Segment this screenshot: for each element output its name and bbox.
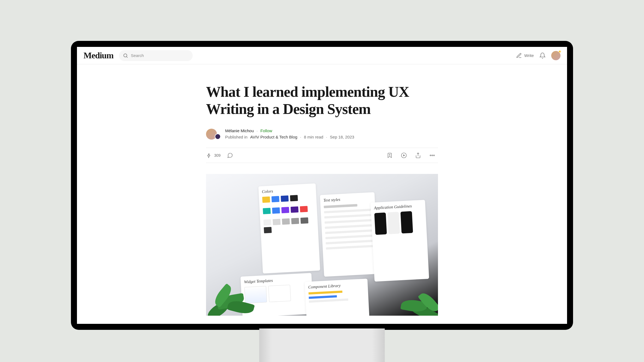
bookmark-icon[interactable] (387, 152, 393, 158)
separator-dot: · (300, 134, 301, 140)
medium-logo[interactable]: Medium (84, 50, 114, 61)
search-wrapper[interactable] (119, 50, 193, 61)
separator-dot: · (326, 134, 327, 140)
notifications-icon[interactable] (539, 52, 546, 59)
screen: Medium Write What I learned implementing… (77, 47, 567, 324)
author-name[interactable]: Mélanie Michou (225, 128, 254, 134)
write-label: Write (524, 53, 534, 58)
plant-decoration-right (386, 283, 438, 316)
plant-decoration-left (206, 275, 266, 316)
more-icon[interactable] (429, 152, 435, 158)
hero-panel-text-styles: Text styles (320, 192, 378, 277)
svg-marker-5 (403, 155, 405, 156)
article-title: What I learned implementing UX Writing i… (206, 83, 438, 117)
monitor-frame: Medium Write What I learned implementing… (71, 41, 573, 330)
hero-panel-app-guidelines: Application Guidelines (371, 200, 429, 282)
published-in-label: Published in (225, 134, 248, 140)
byline: Mélanie Michou · Follow Published in AVI… (206, 128, 438, 140)
hero-panel-label: Application Guidelines (374, 203, 422, 210)
hero-panel-label: Colors (262, 187, 313, 194)
write-icon (516, 53, 522, 59)
publish-date: Sep 18, 2023 (330, 134, 354, 140)
clap-button[interactable]: 309 (206, 152, 220, 158)
svg-point-7 (430, 155, 431, 156)
separator-dot: · (257, 128, 258, 134)
top-navigation: Medium Write (77, 47, 567, 64)
byline-avatars[interactable] (206, 129, 221, 140)
hero-panel-component-library: Component Library (305, 279, 369, 316)
svg-point-0 (124, 54, 127, 57)
write-button[interactable]: Write (516, 53, 534, 59)
search-icon (123, 53, 128, 58)
clap-icon (206, 152, 212, 158)
svg-point-8 (432, 155, 433, 156)
follow-button[interactable]: Follow (260, 128, 272, 134)
read-time: 8 min read (304, 134, 323, 140)
action-bar: 309 (206, 148, 438, 163)
clap-count: 309 (214, 153, 220, 158)
hero-panel-label: Component Library (308, 282, 365, 290)
svg-point-9 (434, 155, 435, 156)
user-avatar[interactable] (551, 51, 560, 60)
search-input[interactable] (131, 53, 189, 58)
article-container: What I learned implementing UX Writing i… (206, 83, 438, 316)
hero-image: Colors Text styles Application Guideline… (206, 174, 438, 316)
play-icon[interactable] (401, 152, 407, 158)
hero-panel-label: Text styles (323, 196, 372, 203)
comment-icon[interactable] (227, 152, 233, 158)
svg-line-1 (126, 56, 127, 58)
publication-avatar[interactable] (215, 134, 221, 140)
hero-panel-colors: Colors (258, 183, 320, 274)
publication-name[interactable]: AVIV Product & Tech Blog (250, 134, 297, 140)
share-icon[interactable] (415, 152, 421, 158)
monitor-stand (259, 328, 385, 362)
